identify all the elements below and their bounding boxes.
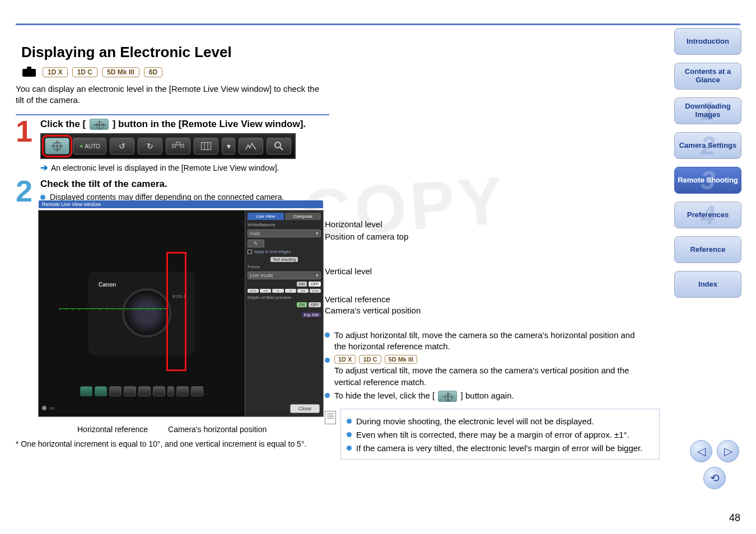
tip-3-before: To hide the level, click the [ <box>334 391 435 400</box>
window-titlebar: Remote Live View window <box>39 200 323 208</box>
dof-off[interactable]: OFF <box>309 302 321 307</box>
camera-badge-1dx: 1D X <box>43 67 68 77</box>
bb-rotate-ccw[interactable] <box>109 386 122 396</box>
tip-2-group: 1D X 1D C 5D Mk III To adjust vertical t… <box>334 355 644 388</box>
nav-downloading[interactable]: 1Downloading Images <box>674 97 741 124</box>
page-top-rule <box>16 24 740 25</box>
vertical-level-highlight <box>166 252 186 371</box>
step-number-1: 1 <box>16 119 36 174</box>
focus-on[interactable]: ON <box>297 282 307 287</box>
svg-point-9 <box>275 142 281 148</box>
step-number-2: 2 <box>16 179 36 204</box>
nav-remote-shooting[interactable]: 3Remote Shooting <box>674 167 741 194</box>
tips-section: To adjust horizontal tilt, move the came… <box>325 327 644 460</box>
svg-rect-3 <box>172 144 175 147</box>
svg-rect-6 <box>202 143 211 150</box>
applicable-cameras: 1D X 1D C 5D Mk III 6D <box>21 67 648 78</box>
tip-badge-5dmk3: 5D Mk III <box>385 355 418 364</box>
level-icon <box>90 119 109 130</box>
page-number: 48 <box>729 512 740 524</box>
bb-grid[interactable] <box>153 386 165 396</box>
status-bar: ▭ <box>42 405 55 411</box>
note-3: If the camera is very tilted, the electr… <box>356 443 642 454</box>
side-panel: Live View Compose WhiteBalance Auto▾ ✎ A… <box>245 210 323 416</box>
step-1: 1 Click the [ ] button in the [Remote Li… <box>16 119 352 174</box>
tip-2: To adjust vertical tilt, move the camera… <box>334 366 629 386</box>
auto-button[interactable]: ✦ AUTO <box>73 138 106 154</box>
tip-badge-1dc: 1D C <box>359 355 381 364</box>
zoom-button[interactable] <box>267 138 291 154</box>
bullet-icon <box>325 332 330 338</box>
electronic-level-button[interactable] <box>45 138 69 154</box>
back-button[interactable]: ⟲ <box>703 467 726 489</box>
intro-text: You can display an electronic level in t… <box>16 83 329 106</box>
step-1-result-text: An electronic level is displayed in the … <box>51 163 279 172</box>
nav-camera-settings[interactable]: 2Camera Settings <box>674 132 741 159</box>
bb-rotate-cw[interactable] <box>124 386 136 396</box>
bullet-icon <box>347 432 352 437</box>
tip-badge-1dx: 1D X <box>334 355 356 364</box>
callout-v-ref: Vertical reference <box>325 294 390 304</box>
caption-cam-h-pos: Camera's horizontal position <box>168 425 267 435</box>
camera-badge-6d: 6D <box>144 67 162 77</box>
tip-1: To adjust horizontal tilt, move the came… <box>334 330 644 353</box>
wb-select[interactable]: Auto▾ <box>248 229 321 237</box>
dof-on[interactable]: ON <box>297 302 307 307</box>
note-icon <box>325 411 336 424</box>
grid-dropdown[interactable]: ▾ <box>222 138 235 154</box>
bullet-icon <box>347 419 352 424</box>
bb-level[interactable] <box>80 386 92 396</box>
page-nav: ◁ ▷ ⟲ <box>690 440 739 489</box>
bb-zoom[interactable] <box>191 386 203 396</box>
tip-3: To hide the level, click the [ ] button … <box>334 390 514 402</box>
apply-checkbox[interactable] <box>248 250 252 254</box>
live-view-toolbar: ✦ AUTO ↺ ↻ ▾ <box>40 133 296 159</box>
camera-brand: Canon <box>99 282 116 288</box>
bb-grid-dd[interactable] <box>167 386 174 396</box>
prev-page-button[interactable]: ◁ <box>690 440 712 462</box>
aspect-button[interactable] <box>166 138 190 154</box>
focus-step-nav[interactable]: <<<<<<>>>>>> <box>248 289 321 293</box>
nav-introduction[interactable]: Introduction <box>674 28 741 55</box>
camera-badge-5dmk3: 5D Mk III <box>102 67 139 77</box>
next-page-button[interactable]: ▷ <box>717 440 739 462</box>
apply-label: Apply to shot images <box>254 250 291 254</box>
step-1-title-after: ] button in the [Remote Live View window… <box>113 119 306 129</box>
dof-label: Depth-of-field preview <box>248 295 321 300</box>
svg-rect-4 <box>176 142 180 145</box>
wb-eyedropper[interactable]: ✎ <box>248 240 264 247</box>
nav-reference[interactable]: Reference <box>674 236 741 263</box>
rec-icon <box>42 406 46 410</box>
tab-live-view[interactable]: Live View <box>248 213 284 220</box>
callout-v-level: Vertical level <box>325 266 372 276</box>
side-nav: Introduction Contents at a Glance 1Downl… <box>674 28 741 298</box>
focus-label: Focus <box>248 264 321 269</box>
bb-hist[interactable] <box>176 386 189 396</box>
bb-aspect[interactable] <box>138 386 151 396</box>
arrow-icon: ➔ <box>40 162 48 173</box>
tab-compose[interactable]: Compose <box>285 213 321 220</box>
notes-box: During movie shooting, the electronic le… <box>340 409 660 460</box>
bb-awb[interactable] <box>95 386 107 396</box>
level-icon <box>438 391 457 402</box>
grid-button[interactable] <box>194 138 218 154</box>
rotate-ccw-button[interactable]: ↺ <box>110 138 134 154</box>
focus-off[interactable]: OFF <box>309 282 321 287</box>
live-view-screenshot: Remote Live View window Canon EOS-1 Live… <box>38 210 324 417</box>
nav-contents[interactable]: Contents at a Glance <box>674 63 741 90</box>
focus-mode-select[interactable]: Live mode▾ <box>248 271 321 279</box>
close-button[interactable]: Close <box>290 404 320 413</box>
note-2: Even when tilt is corrected, there may b… <box>356 429 629 441</box>
camera-icon <box>21 67 38 78</box>
svg-rect-5 <box>181 144 184 147</box>
nav-index[interactable]: Index <box>674 271 741 298</box>
wb-label: WhiteBalance <box>248 222 321 227</box>
rotate-cw-button[interactable]: ↻ <box>138 138 162 154</box>
bottom-toolbar <box>39 385 245 397</box>
histogram-button[interactable] <box>239 138 263 154</box>
page-title: Displaying an Electronic Level <box>21 44 648 61</box>
tip-3-after: ] button again. <box>461 391 514 400</box>
test-shooting-button[interactable]: Test shooting <box>270 257 298 262</box>
exp-sim-badge: Exp.SIM <box>302 312 321 317</box>
nav-preferences[interactable]: 4Preferences <box>674 202 741 228</box>
